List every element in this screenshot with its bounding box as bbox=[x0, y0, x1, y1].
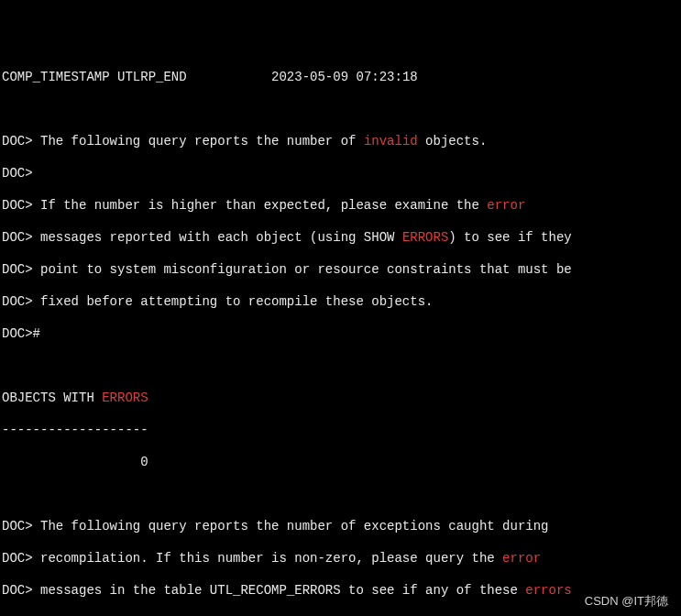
keyword-invalid: invalid bbox=[364, 134, 418, 148]
blank bbox=[2, 487, 679, 503]
keyword-error: error bbox=[502, 551, 541, 566]
doc-line: DOC> messages reported with each object … bbox=[2, 230, 679, 247]
doc-line: DOC> The following query reports the num… bbox=[2, 519, 679, 535]
doc-line: DOC> If the number is higher than expect… bbox=[2, 198, 679, 214]
doc-line: DOC># bbox=[2, 326, 679, 343]
doc-line: DOC> recompilation. If this number is no… bbox=[2, 551, 679, 567]
blank bbox=[2, 358, 679, 375]
section-dashes: ------------------- bbox=[2, 423, 679, 439]
doc-line: DOC> The following query reports the num… bbox=[2, 134, 679, 150]
keyword-errors: ERRORS bbox=[402, 230, 448, 245]
timestamp-value: 2023-05-09 07:23:18 bbox=[271, 70, 418, 84]
header-line: COMP_TIMESTAMP UTLRP_END 2023-05-09 07:2… bbox=[2, 70, 679, 86]
doc-line: DOC> fixed before attempting to recompil… bbox=[2, 294, 679, 311]
doc-line: DOC> point to system misconfiguration or… bbox=[2, 262, 679, 279]
comp-timestamp-label: COMP_TIMESTAMP UTLRP_END bbox=[2, 70, 187, 84]
section-title: OBJECTS WITH ERRORS bbox=[2, 390, 679, 407]
keyword-errors: errors bbox=[525, 583, 571, 598]
doc-line: DOC> messages in the table UTL_RECOMP_ER… bbox=[2, 583, 679, 600]
keyword-error: error bbox=[487, 198, 525, 213]
doc-line: DOC> bbox=[2, 166, 679, 182]
objects-with-errors-value: 0 bbox=[2, 455, 679, 471]
blank bbox=[2, 102, 679, 118]
watermark: CSDN @IT邦德 bbox=[585, 594, 668, 609]
keyword-errors: ERRORS bbox=[102, 390, 148, 405]
